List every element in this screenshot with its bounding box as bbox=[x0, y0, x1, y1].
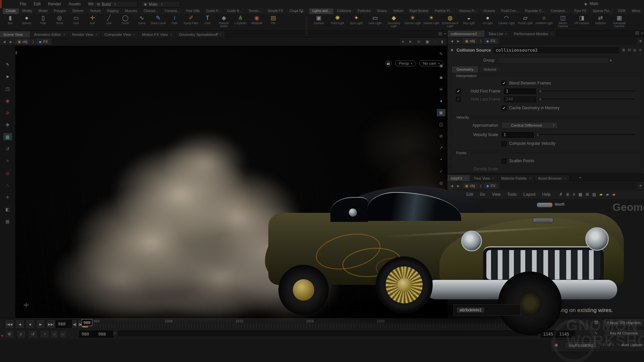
path-input[interactable] bbox=[500, 183, 637, 189]
toolbar-icon[interactable]: ⊘ bbox=[3, 109, 12, 116]
shelf-tool[interactable]: ▭ Area Light bbox=[366, 15, 384, 25]
playbar-option-button[interactable]: ♬ bbox=[16, 330, 26, 338]
shelf-tool[interactable]: ○ Ambient Light bbox=[535, 15, 553, 25]
forward-icon[interactable]: ▶ bbox=[9, 40, 13, 44]
shelf-tool[interactable]: ◎ Torus bbox=[51, 15, 68, 25]
back-icon[interactable]: ◀ bbox=[449, 184, 454, 188]
shelf-tab[interactable]: Populate C... bbox=[522, 8, 548, 14]
display-toggle-icon[interactable]: ◙ bbox=[437, 74, 445, 81]
shelf-tab[interactable]: Particles bbox=[355, 8, 374, 14]
path-chip-fx[interactable]: ◆ FX bbox=[484, 183, 498, 188]
shelf-tool[interactable]: ◉ Metaball bbox=[249, 15, 265, 25]
display-toggle-icon[interactable]: ✓ bbox=[437, 168, 445, 175]
shelf-tab[interactable]: Viscous Fl... bbox=[456, 8, 480, 14]
network-menu-item[interactable]: Edit bbox=[463, 191, 477, 198]
timeline-ruler[interactable]: 984 1008 1032 1056 1080 bbox=[82, 319, 540, 328]
close-icon[interactable]: × bbox=[170, 33, 172, 36]
pane-menu-caret-icon[interactable]: ▾ bbox=[444, 32, 446, 36]
close-icon[interactable]: × bbox=[63, 33, 65, 36]
toolbar-icon[interactable]: ◎ bbox=[3, 169, 12, 177]
toolbar-icon[interactable]: ◳ bbox=[3, 85, 12, 92]
group-select-caret-icon[interactable]: ▾ bbox=[609, 58, 612, 63]
compute-angular-velocity-checkbox[interactable]: ✓ bbox=[501, 141, 506, 146]
toolbar-icon[interactable]: ✎ bbox=[3, 61, 12, 68]
shelf-tab[interactable]: Collisions bbox=[334, 8, 355, 14]
shelf-menu-caret-icon[interactable]: ▾ bbox=[299, 9, 305, 14]
forward-icon[interactable]: ▶ bbox=[456, 39, 461, 43]
shelf-tab[interactable]: Grains bbox=[374, 8, 390, 14]
shelf-tool[interactable]: ✎ Draw Curve bbox=[150, 15, 166, 25]
shelf-tool[interactable]: ▦ Gamepad Camera bbox=[610, 15, 629, 28]
shelf-tool[interactable]: ▭ Grid bbox=[68, 15, 84, 25]
path-chip-fx[interactable]: ◆ FX bbox=[37, 39, 50, 44]
playbar-option-button[interactable]: ↺ bbox=[28, 330, 38, 338]
pathbar-icon[interactable]: ▣ bbox=[425, 40, 430, 44]
shelf-tab[interactable]: Terrain... bbox=[245, 8, 265, 14]
display-toggle-icon[interactable]: ☠ bbox=[437, 85, 445, 93]
pane-tab[interactable]: collisionsource2 × bbox=[447, 31, 485, 37]
network-toolbar-icon[interactable]: ▦ bbox=[578, 192, 582, 197]
path-caret-icon[interactable]: ▾ bbox=[639, 184, 642, 188]
add-shelf-icon[interactable]: + bbox=[292, 9, 299, 14]
shelf-tool[interactable]: ◆ Geometry Light bbox=[384, 15, 403, 28]
pane-tab[interactable]: Tree View × bbox=[470, 175, 498, 181]
shelf-tab[interactable]: Lights and... bbox=[309, 8, 334, 14]
path-input[interactable] bbox=[500, 38, 637, 44]
network-toolbar-icon[interactable]: ✗ bbox=[559, 192, 562, 197]
scatter-points-checkbox[interactable]: ✓ bbox=[501, 159, 506, 164]
shelf-tool[interactable]: ● Sphere bbox=[18, 15, 35, 25]
shelf-tab[interactable]: Pyro FX bbox=[571, 8, 590, 14]
network-toolbar-icon[interactable]: ▤ bbox=[592, 192, 596, 197]
network-toolbar-icon[interactable]: ≡ bbox=[573, 192, 575, 197]
display-toggle-icon[interactable]: ● bbox=[437, 97, 445, 105]
shelf-tool[interactable]: ╱ Line bbox=[101, 15, 117, 25]
display-toggle-icon[interactable]: ▣ bbox=[437, 109, 445, 116]
display-toggle-icon[interactable]: ◫ bbox=[437, 121, 445, 128]
pane-tab[interactable]: Motion FX View × bbox=[139, 31, 176, 38]
network-toolbar-icon[interactable]: ≣ bbox=[566, 192, 569, 197]
back-icon[interactable]: ◀ bbox=[2, 40, 7, 44]
shelf-tool[interactable]: ∿ Curve bbox=[133, 15, 150, 25]
playhead-marker[interactable]: 980 bbox=[82, 319, 92, 326]
shelf-tab[interactable]: Polygon bbox=[51, 8, 69, 14]
close-icon[interactable]: × bbox=[551, 32, 552, 36]
shelf-tab[interactable]: Create bbox=[3, 8, 19, 14]
path-caret-icon[interactable]: ▾ bbox=[639, 39, 642, 43]
shelf-tab[interactable]: Container... bbox=[548, 8, 571, 14]
pane-tab[interactable]: Scene View × bbox=[0, 31, 31, 38]
toolbar-icon[interactable]: ↺ bbox=[3, 145, 12, 153]
toolbar-icon[interactable]: ➤ bbox=[3, 73, 12, 80]
velocity-scale-input[interactable]: 1 bbox=[501, 132, 534, 138]
sliders-icon[interactable]: ≣ bbox=[622, 48, 625, 52]
collapse-arrow-icon[interactable]: ◀ bbox=[1, 334, 3, 337]
network-menu-item[interactable]: Go bbox=[477, 191, 489, 198]
toolbar-icon[interactable]: ⌗ bbox=[3, 157, 12, 165]
shelf-tab[interactable]: Texture bbox=[87, 8, 104, 14]
shelf-tab[interactable]: Rigid Bodies bbox=[407, 8, 432, 14]
shelf-tool[interactable]: ▯ Tube bbox=[35, 15, 51, 25]
shelf-tool[interactable]: ◒ Sky Light bbox=[460, 15, 478, 25]
shelf-tool[interactable]: ● GI Light bbox=[478, 15, 497, 25]
shelf-tool[interactable]: ≀ Path bbox=[166, 15, 183, 25]
hold-last-frame-input[interactable]: 240 bbox=[504, 97, 536, 102]
pathbar-icon[interactable]: ➤ bbox=[408, 40, 412, 44]
hold-last-frame-slider[interactable] bbox=[538, 99, 635, 100]
toolbar-icon[interactable]: ▦ bbox=[3, 218, 12, 225]
group-input[interactable] bbox=[498, 57, 609, 63]
toolbar-icon[interactable]: ◉ bbox=[3, 97, 12, 104]
forward-icon[interactable]: ▶ bbox=[456, 184, 461, 188]
spinner-icon[interactable]: ▲▼ bbox=[161, 3, 163, 6]
hold-first-frame-enable-checkbox[interactable]: ✓ bbox=[456, 89, 461, 94]
network-menu-item[interactable]: View bbox=[489, 191, 504, 198]
display-toggle-icon[interactable]: • bbox=[437, 156, 445, 163]
network-toolbar-icon[interactable]: ⊞ bbox=[586, 192, 589, 197]
toolbar-icon[interactable]: ∴ bbox=[3, 181, 12, 189]
shelf-tool[interactable]: ◯ Circle bbox=[117, 15, 133, 25]
right-main-selector[interactable]: ◉ Main bbox=[584, 1, 598, 6]
shelf-tab[interactable]: Sparse Pyr... bbox=[590, 8, 615, 14]
pathbar-icon[interactable]: ▮ bbox=[440, 40, 444, 44]
path-chip-obj[interactable]: ▣ obj bbox=[463, 38, 477, 44]
blend-between-frames-checkbox[interactable]: ✓ bbox=[501, 81, 506, 86]
velocity-scale-slider[interactable] bbox=[536, 134, 635, 135]
shelf-tab[interactable]: Simple FX bbox=[265, 8, 286, 14]
